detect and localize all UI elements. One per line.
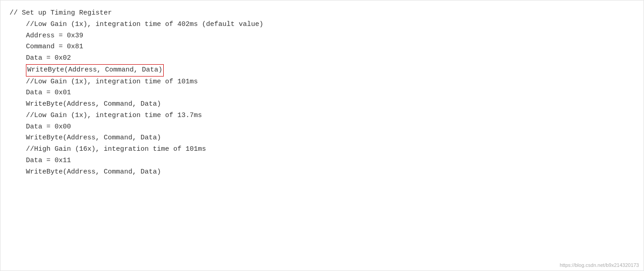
highlighted-code-line: WriteByte(Address, Command, Data)	[26, 64, 164, 77]
code-line: //High Gain (16x), integration time of 1…	[10, 144, 634, 155]
code-line: WriteByte(Address, Command, Data)	[10, 64, 634, 77]
code-line: // Set up Timing Register	[10, 8, 634, 19]
code-line: WriteByte(Address, Command, Data)	[10, 167, 634, 178]
code-line: Command = 0x81	[10, 41, 634, 53]
code-line: Data = 0x01	[10, 87, 634, 99]
code-line: //Low Gain (1x), integration time of 402…	[10, 19, 634, 31]
code-line: WriteByte(Address, Command, Data)	[10, 99, 634, 110]
code-line: //Low Gain (1x), integration time of 13.…	[10, 110, 634, 122]
code-block: // Set up Timing Register //Low Gain (1x…	[10, 8, 634, 178]
code-line: WriteByte(Address, Command, Data)	[10, 133, 634, 144]
code-line: Address = 0x39	[10, 31, 634, 42]
code-line: //Low Gain (1x), integration time of 101…	[10, 77, 634, 88]
code-line: Data = 0x00	[10, 122, 634, 133]
code-container: // Set up Timing Register //Low Gain (1x…	[0, 0, 644, 271]
code-line: Data = 0x02	[10, 53, 634, 64]
watermark: https://blog.csdn.net/b9x214320173	[560, 262, 639, 268]
code-line: Data = 0x11	[10, 155, 634, 167]
